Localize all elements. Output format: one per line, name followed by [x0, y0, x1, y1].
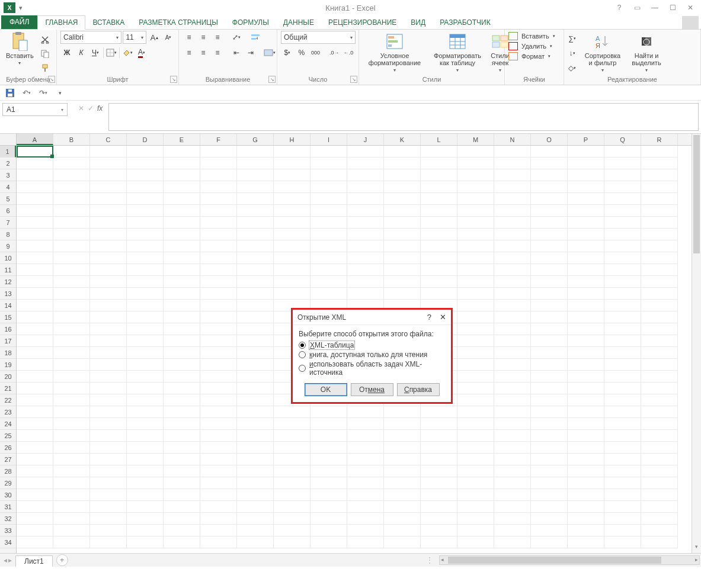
radio-xml-source-pane[interactable]: использовать область задач XML-источника — [299, 359, 445, 377]
new-sheet-button[interactable]: + — [56, 554, 68, 566]
maximize-icon[interactable]: ☐ — [664, 2, 681, 14]
find-select-button[interactable]: Найти и выделить▾ — [626, 31, 667, 74]
underline-button[interactable]: Ч ▾ — [89, 46, 102, 59]
col-header-A[interactable]: A — [17, 134, 53, 145]
col-header-C[interactable]: C — [90, 134, 127, 145]
col-header-Q[interactable]: Q — [604, 134, 641, 145]
sort-filter-button[interactable]: AЯ Сортировка и фильтр▾ — [581, 31, 624, 74]
minimize-icon[interactable]: — — [646, 2, 663, 14]
user-avatar[interactable] — [682, 16, 699, 29]
wrap-text-button[interactable] — [249, 31, 262, 44]
ok-button[interactable]: OK — [305, 383, 347, 396]
col-header-I[interactable]: I — [311, 134, 347, 145]
italic-button[interactable]: К — [75, 46, 88, 59]
row-header-21[interactable]: 21 — [0, 383, 16, 394]
save-button[interactable] — [4, 86, 17, 99]
decrease-indent-button[interactable]: ⇤ — [230, 46, 243, 59]
format-painter-button[interactable] — [39, 62, 52, 75]
col-header-B[interactable]: B — [53, 134, 90, 145]
row-header-25[interactable]: 25 — [0, 430, 16, 442]
sheet-nav-next[interactable]: ▸ — [8, 556, 12, 564]
increase-indent-button[interactable]: ⇥ — [244, 46, 257, 59]
sheet-tab[interactable]: Лист1 — [15, 555, 53, 567]
align-top-button[interactable]: ≡ — [183, 31, 196, 44]
col-header-P[interactable]: P — [568, 134, 604, 145]
font-size-combo[interactable]: 11▾ — [123, 31, 146, 44]
row-header-30[interactable]: 30 — [0, 489, 16, 501]
col-header-G[interactable]: G — [237, 134, 274, 145]
row-header-24[interactable]: 24 — [0, 418, 16, 430]
row-header-22[interactable]: 22 — [0, 394, 16, 406]
formula-bar[interactable] — [108, 103, 699, 131]
ribbon-options-icon[interactable]: ▭ — [629, 2, 645, 14]
row-header-6[interactable]: 6 — [0, 205, 16, 217]
paste-button[interactable]: Вставить ▾ — [4, 31, 36, 67]
help-icon[interactable]: ? — [611, 2, 628, 14]
scroll-right-icon[interactable]: ▸ — [695, 557, 698, 563]
shrink-font-button[interactable]: A▾ — [162, 31, 175, 44]
col-header-M[interactable]: M — [457, 134, 494, 145]
tab-page-layout[interactable]: РАЗМЕТКА СТРАНИЦЫ — [132, 16, 225, 29]
cut-button[interactable] — [39, 33, 52, 46]
tab-view[interactable]: ВИД — [404, 16, 433, 29]
tab-data[interactable]: ДАННЫЕ — [276, 16, 321, 29]
conditional-formatting-button[interactable]: Условное форматирование▾ — [363, 31, 427, 74]
align-bottom-button[interactable]: ≡ — [211, 31, 224, 44]
name-box[interactable]: A1▾ — [2, 103, 68, 116]
enter-formula-icon[interactable]: ✓ — [88, 104, 94, 113]
paste-dropdown-icon[interactable]: ▾ — [18, 60, 21, 66]
cancel-button[interactable]: Отмена — [351, 383, 393, 396]
tab-developer[interactable]: РАЗРАБОТЧИК — [433, 16, 498, 29]
font-launcher[interactable]: ↘ — [170, 76, 177, 83]
tab-home[interactable]: ГЛАВНАЯ — [37, 15, 85, 30]
bold-button[interactable]: Ж — [60, 46, 73, 59]
row-header-26[interactable]: 26 — [0, 442, 16, 454]
vertical-scrollbar[interactable]: ▴ ▾ — [692, 134, 701, 553]
fill-button[interactable]: ↓ ▾ — [568, 47, 577, 60]
row-header-4[interactable]: 4 — [0, 181, 16, 193]
align-center-button[interactable]: ≡ — [197, 46, 210, 59]
dialog-titlebar[interactable]: Открытие XML ? ✕ — [293, 310, 451, 325]
col-header-J[interactable]: J — [347, 134, 384, 145]
merge-button[interactable]: ▾ — [263, 46, 276, 59]
row-header-27[interactable]: 27 — [0, 454, 16, 465]
dialog-close-icon[interactable]: ✕ — [440, 313, 446, 322]
col-header-E[interactable]: E — [164, 134, 200, 145]
align-right-button[interactable]: ≡ — [211, 46, 224, 59]
cancel-formula-icon[interactable]: ✕ — [78, 104, 84, 113]
row-header-28[interactable]: 28 — [0, 465, 16, 477]
clear-button[interactable]: ◇ ▾ — [568, 62, 577, 75]
radio-xml-table[interactable]: XML-таблица — [299, 340, 445, 350]
col-header-H[interactable]: H — [274, 134, 311, 145]
vscroll-thumb[interactable] — [693, 135, 700, 253]
row-header-1[interactable]: 1 — [0, 146, 16, 158]
row-header-20[interactable]: 20 — [0, 371, 16, 383]
tab-split-handle[interactable]: ⋮ — [426, 556, 439, 564]
decrease-decimal-button[interactable]: ←.0 — [342, 46, 355, 59]
grow-font-button[interactable]: A▴ — [148, 31, 161, 44]
autosum-button[interactable]: ∑ ▾ — [568, 32, 577, 45]
insert-cells-button[interactable]: Вставить ▾ — [508, 32, 555, 40]
row-header-9[interactable]: 9 — [0, 240, 16, 252]
row-headers[interactable]: 1234567891011121314151617181920212223242… — [0, 146, 17, 553]
row-header-16[interactable]: 16 — [0, 323, 16, 335]
scroll-down-icon[interactable]: ▾ — [692, 544, 701, 553]
delete-cells-button[interactable]: Удалить ▾ — [508, 42, 555, 50]
col-header-L[interactable]: L — [421, 134, 457, 145]
number-launcher[interactable]: ↘ — [350, 76, 357, 83]
row-header-14[interactable]: 14 — [0, 300, 16, 311]
qat-dropdown-icon[interactable]: ▾ — [19, 4, 23, 12]
row-header-12[interactable]: 12 — [0, 276, 16, 288]
col-header-F[interactable]: F — [200, 134, 237, 145]
col-header-D[interactable]: D — [127, 134, 164, 145]
scroll-left-icon[interactable]: ◂ — [441, 557, 444, 563]
col-header-R[interactable]: R — [641, 134, 678, 145]
align-left-button[interactable]: ≡ — [183, 46, 196, 59]
format-cells-button[interactable]: Формат ▾ — [508, 52, 555, 60]
align-launcher[interactable]: ↘ — [268, 76, 276, 83]
row-header-10[interactable]: 10 — [0, 252, 16, 264]
qat-customize-button[interactable]: ▾ — [53, 86, 66, 99]
row-header-8[interactable]: 8 — [0, 229, 16, 240]
tab-formulas[interactable]: ФОРМУЛЫ — [225, 16, 276, 29]
row-header-5[interactable]: 5 — [0, 193, 16, 205]
